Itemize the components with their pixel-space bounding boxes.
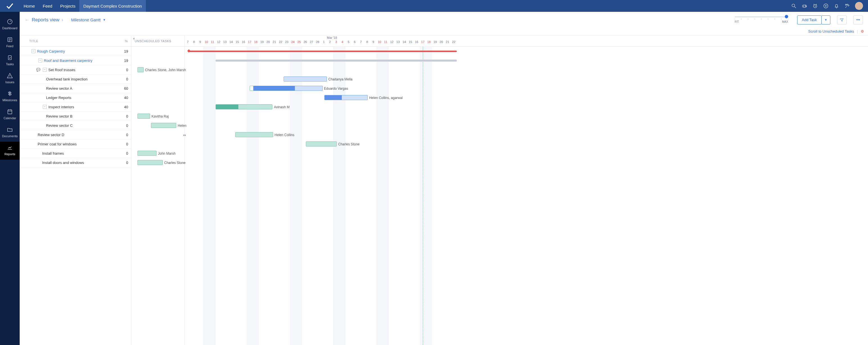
task-title: Review sector A <box>46 86 119 91</box>
sidebar-item-documents[interactable]: Documents <box>0 124 20 142</box>
task-assignee: John Marsh <box>158 151 176 156</box>
gantt-bar-label: Charles Stone <box>338 142 360 147</box>
back-arrow-icon[interactable]: ← <box>25 17 30 23</box>
gantt-bar[interactable]: Chaitanya Mella <box>284 76 327 82</box>
gantt-bar[interactable]: Eduardo Vargas <box>253 86 322 91</box>
app-logo[interactable] <box>0 0 20 12</box>
task-row[interactable]: 💬−Set Roof trusses0 <box>20 65 131 74</box>
gantt-chart: Mar '18789101112131415161718192021222324… <box>185 35 868 345</box>
day-label: 12 <box>389 40 395 43</box>
task-row[interactable]: −Rough Carpentry19 <box>20 47 131 56</box>
chevron-right-icon: › <box>62 17 63 23</box>
col-pct-header: % <box>118 39 131 43</box>
gantt-bar[interactable]: Avinash M <box>216 104 272 109</box>
task-row[interactable]: Install frames0 <box>20 149 131 158</box>
clock-icon[interactable] <box>812 3 818 9</box>
zoom-thumb[interactable] <box>785 15 788 18</box>
chevron-down-icon: ▼ <box>825 18 827 21</box>
view-picker-label: Milestone Gantt <box>71 18 101 22</box>
expand-toggle[interactable]: − <box>43 105 46 109</box>
gantt-bar-label: Eduardo Vargas <box>324 86 348 91</box>
task-row[interactable]: −Roof and Basement carpentry19 <box>20 56 131 65</box>
task-row[interactable]: −Inspect interiors40 <box>20 102 131 112</box>
gear-icon[interactable]: ⚙ <box>861 29 864 33</box>
day-label: 16 <box>413 40 420 43</box>
filter-button[interactable] <box>837 15 847 25</box>
add-task-dropdown[interactable]: ▼ <box>822 15 830 25</box>
task-row[interactable]: Review sector B0 <box>20 112 131 121</box>
sidebar-item-calendar[interactable]: Calendar <box>0 106 20 124</box>
sidebar-item-reports[interactable]: Reports <box>0 142 20 160</box>
svg-rect-8 <box>8 56 11 60</box>
add-task-button[interactable]: Add Task <box>797 15 822 25</box>
gantt-bar[interactable]: Helen Collins <box>235 132 273 137</box>
task-title: Primer coat for windows <box>38 142 119 146</box>
expand-toggle[interactable]: − <box>38 59 42 62</box>
nav-current-project[interactable]: Daymart Complex Construction <box>79 0 146 12</box>
day-label: 11 <box>209 40 216 43</box>
sidebar-item-label: Calendar <box>4 117 16 120</box>
day-label: 16 <box>240 40 247 43</box>
task-row[interactable]: Review sector D0 <box>20 130 131 139</box>
collapse-panel-icon[interactable]: « <box>133 36 135 40</box>
day-label: 23 <box>284 40 290 43</box>
more-button[interactable]: ••• <box>854 15 863 25</box>
sidebar-item-label: Tasks <box>6 62 14 66</box>
task-pct: 0 <box>119 114 131 118</box>
day-label: 9 <box>197 40 203 43</box>
task-row[interactable]: Ledger Reports40 <box>20 93 131 102</box>
unscheduled-task-bar[interactable]: Charles Stone, John Marsh <box>137 67 144 72</box>
task-row[interactable]: Primer coat for windows0 <box>20 139 131 149</box>
nav-projects[interactable]: Projects <box>56 0 79 12</box>
task-row[interactable]: Review sector C0 <box>20 121 131 130</box>
day-label: 19 <box>259 40 265 43</box>
expand-toggle[interactable]: − <box>31 49 35 53</box>
day-label: 6 <box>352 40 358 43</box>
day-label: 3 <box>333 40 339 43</box>
unscheduled-task-bar[interactable]: Charles Stone <box>137 160 163 165</box>
task-row[interactable]: Review sector A60 <box>20 84 131 93</box>
sidebar-item-issues[interactable]: Issues <box>0 70 20 88</box>
day-label: 27 <box>308 40 314 43</box>
day-label: 17 <box>247 40 253 43</box>
task-title: Ledger Reports <box>46 96 119 100</box>
sidebar-item-tasks[interactable]: Tasks <box>0 52 20 70</box>
comment-icon[interactable]: 💬 <box>36 68 40 72</box>
unscheduled-panel: « UNSCHEDULED TASKS Charles Stone, John … <box>131 35 185 345</box>
svg-point-3 <box>806 6 806 7</box>
nav-feed[interactable]: Feed <box>39 0 56 12</box>
folder-icon <box>7 127 13 133</box>
gantt-bar[interactable] <box>188 51 457 52</box>
sidebar-item-dashboard[interactable]: Dashboard <box>0 16 20 34</box>
task-title: Overhead tank inspection <box>46 77 119 81</box>
task-row[interactable]: Install doors and windows0 <box>20 158 131 167</box>
day-label: 9 <box>370 40 376 43</box>
task-title: Install frames <box>42 151 119 156</box>
task-title: Inspect interiors <box>48 105 119 109</box>
breadcrumb-reports[interactable]: Reports view <box>32 17 59 23</box>
gantt-bar[interactable] <box>216 60 457 62</box>
bell-icon[interactable] <box>834 3 839 9</box>
gamepad-icon[interactable] <box>802 3 807 9</box>
expand-toggle[interactable]: − <box>43 68 46 72</box>
tools-icon[interactable] <box>844 3 850 9</box>
header-tools <box>791 2 868 10</box>
view-picker[interactable]: Milestone Gantt ▼ <box>71 18 106 22</box>
nav-home[interactable]: Home <box>20 0 39 12</box>
unscheduled-task-bar[interactable]: John Marsh <box>137 151 157 156</box>
sidebar-item-milestones[interactable]: Milestones <box>0 88 20 106</box>
scroll-to-unscheduled-link[interactable]: Scroll to Unscheduled Tasks <box>808 29 854 33</box>
zoom-slider[interactable]: FIT MAX <box>735 16 788 23</box>
gantt-bar[interactable]: Helen Collins, agarwal <box>324 95 368 100</box>
task-row[interactable]: Overhead tank inspection0 <box>20 74 131 84</box>
day-label: 15 <box>407 40 413 43</box>
day-label: 18 <box>426 40 432 43</box>
unscheduled-task-bar[interactable]: Helen <box>151 123 176 128</box>
gantt-bar[interactable]: Charles Stone <box>306 142 337 147</box>
plus-circle-icon[interactable] <box>823 3 829 9</box>
sidebar-item-feed[interactable]: Feed <box>0 34 20 52</box>
user-avatar[interactable] <box>855 2 863 10</box>
search-icon[interactable] <box>791 3 797 9</box>
task-assignee: Kavitha Raj <box>152 114 169 119</box>
unscheduled-task-bar[interactable]: Kavitha Raj <box>137 114 150 119</box>
